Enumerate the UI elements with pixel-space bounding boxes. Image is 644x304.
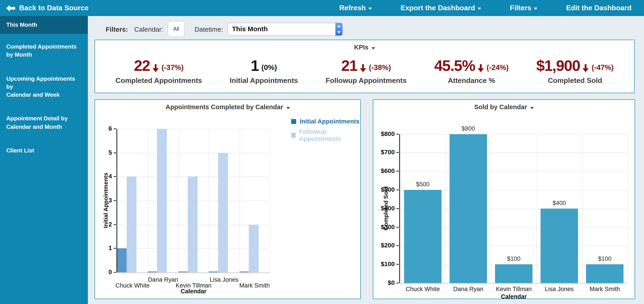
appointments-chart-plot: 0123456Chuck WhiteDana RyanKevin Tillman… [95,100,360,299]
kpi-initial-appointments: 1 (0%) Initial Appointments [230,58,298,85]
gridline [270,129,270,272]
bar-sold-dana-ryan[interactable] [450,134,487,283]
kpi-delta: (-37%) [162,63,184,72]
kpi-label: Completed Sold [536,77,614,85]
bar-value-label: $400 [539,200,579,206]
bar-sold-mark-smith[interactable] [586,264,624,283]
sidebar-item-this-month[interactable]: This Month [0,16,88,34]
x-axis-line [399,283,628,284]
gridline [117,129,270,129]
kpi-value: 1 [251,58,259,73]
filters-menu[interactable]: Filters [510,4,538,12]
y-tick-label: $800 [376,130,395,137]
select-stepper-icon[interactable] [336,22,343,35]
y-tick-mark [114,224,116,225]
gridline [178,129,179,272]
legend-label: Followup Appointments [299,128,360,142]
bar-value-label: $800 [448,125,488,132]
y-tick-mark [396,152,399,153]
caret-down-icon [478,7,482,9]
edit-dashboard-button[interactable]: Edit the Dashboard [566,4,632,12]
kpi-value-row: 21 (-38%) [326,58,406,73]
bar-sold-lisa-jones[interactable] [540,209,578,283]
sidebar-item-upcoming-appointments[interactable]: Upcoming Appointments by Calendar and We… [0,71,88,103]
y-tick-mark [396,227,399,228]
kpi-value: 45.5% [434,58,475,73]
sold-chart-plot: $0$100$200$300$400$500$600$700$800$500Ch… [373,100,635,299]
calendar-filter-label: Calendar: [134,25,163,33]
dashboard-page: Back to Data Source Refresh Export the D… [0,0,644,304]
arrow-down-icon [478,63,484,73]
legend-item-initial-appointments[interactable]: Initial Appointments [291,118,360,125]
bar-followup-appointments-dana-ryan[interactable] [157,129,167,272]
datetime-select[interactable]: This Month [228,22,343,35]
kpi-delta: (0%) [261,63,277,72]
bar-sold-chuck-white[interactable] [404,190,442,283]
y-tick-mark [396,264,399,265]
gridline [491,134,492,283]
sold-by-calendar-chart-panel: Sold by Calendar $0$100$200$300$400$500$… [373,99,635,299]
x-axis-title: Calendar [117,288,270,295]
refresh-menu[interactable]: Refresh [339,4,372,12]
export-label: Export the Dashboard [400,4,475,12]
kpi-completed-sold: $1,900 (-47%) Completed Sold [536,58,614,85]
legend-label: Initial Appointments [300,118,360,125]
y-tick-label: $0 [376,279,395,286]
bar-initial-appointments-dana-ryan[interactable] [148,272,157,272]
y-tick-mark [396,283,399,284]
chart-legend: Initial AppointmentsFollowup Appointment… [291,118,360,145]
legend-swatch [291,133,296,138]
bar-initial-appointments-lisa-jones[interactable] [209,272,218,272]
bar-initial-appointments-kevin-tillman[interactable] [178,272,188,272]
arrow-down-icon [583,63,589,73]
kpi-label: Attendance % [434,77,509,85]
kpi-label: Completed Appointments [116,77,202,85]
kpi-value-row: 22 (-37%) [116,58,202,73]
gridline [400,171,628,172]
y-tick-label: $700 [376,149,395,156]
kpi-panel-title[interactable]: KPIs [95,44,634,51]
calendar-filter-value-button[interactable]: All [168,21,185,37]
bar-followup-appointments-chuck-white[interactable] [127,177,136,272]
arrow-down-icon [152,63,159,73]
y-tick-mark [114,128,116,129]
y-tick-mark [114,176,116,177]
kpi-delta: (-47%) [592,63,614,72]
gridline [239,129,240,272]
x-category-label: Dana Ryan [444,286,493,293]
y-axis-line [399,134,400,283]
sidebar-item-appointment-detail[interactable]: Appointment Detail by Calendar and Month [0,111,88,135]
sidebar-item-client-list[interactable]: Client List [0,143,88,159]
kpi-label: Initial Appointments [230,77,298,85]
gridline [117,153,270,153]
gridline [536,134,537,283]
bar-followup-appointments-mark-smith[interactable] [249,224,258,272]
bar-followup-appointments-lisa-jones[interactable] [218,153,228,272]
sidebar: This Month Completed Appointments by Mon… [0,16,88,304]
kpi-row: 22 (-37%) Completed Appointments 1 (0%) … [116,58,614,85]
back-to-data-source-link[interactable]: Back to Data Source [6,0,88,16]
kpi-value-row: 45.5% (-24%) [434,58,509,73]
bar-initial-appointments-mark-smith[interactable] [239,272,249,272]
bar-initial-appointments-chuck-white[interactable] [117,249,127,272]
gridline [446,134,446,283]
export-dashboard-menu[interactable]: Export the Dashboard [400,4,481,12]
bar-value-label: $500 [403,181,443,188]
y-tick-mark [396,208,399,209]
y-axis-title: Initial Appointments [102,156,109,245]
legend-swatch [291,119,296,124]
gridline [400,134,628,134]
kpi-delta: (-24%) [486,63,509,72]
top-bar: Back to Data Source Refresh Export the D… [0,0,644,16]
bar-sold-kevin-tillman[interactable] [495,264,532,283]
bar-value-label: $100 [494,255,534,262]
gridline [582,134,582,283]
back-label: Back to Data Source [19,4,88,12]
kpi-attendance: 45.5% (-24%) Attendance % [434,58,509,85]
x-category-label: Chuck White [398,286,447,293]
bar-followup-appointments-kevin-tillman[interactable] [188,177,198,272]
legend-item-followup-appointments[interactable]: Followup Appointments [291,128,360,142]
sidebar-item-completed-appointments-by-month[interactable]: Completed Appointments by Month [0,39,88,63]
y-tick-mark [114,200,116,201]
x-category-label: Lisa Jones [535,286,584,293]
